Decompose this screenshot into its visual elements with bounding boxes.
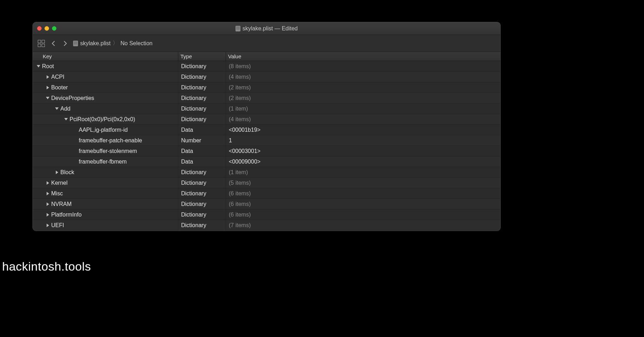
type-cell[interactable]: Dictionary	[178, 82, 226, 93]
disclosure-triangle-icon[interactable]	[64, 117, 68, 122]
table-row[interactable]: BlockDictionary(1 item)	[33, 167, 500, 178]
key-text: ACPI	[51, 74, 64, 80]
value-cell[interactable]: (4 items)	[226, 72, 500, 82]
key-cell[interactable]: Misc	[33, 188, 178, 199]
type-cell[interactable]: Dictionary	[178, 93, 226, 103]
type-cell[interactable]: Data	[178, 146, 226, 156]
key-cell[interactable]: framebuffer-patch-enable	[33, 135, 178, 146]
key-cell[interactable]: framebuffer-fbmem	[33, 156, 178, 167]
value-cell[interactable]: <00001b19>	[226, 125, 500, 135]
table-row[interactable]: framebuffer-stolenmemData<00003001>	[33, 146, 500, 156]
column-header-value[interactable]: Value	[226, 52, 500, 61]
key-cell[interactable]: PlatformInfo	[33, 209, 178, 220]
value-cell[interactable]: <00003001>	[226, 146, 500, 156]
back-button[interactable]	[49, 39, 58, 48]
key-cell[interactable]: Kernel	[33, 178, 178, 188]
key-cell[interactable]: DeviceProperties	[33, 93, 178, 103]
toolbar: skylake.plist 〉 No Selection	[33, 35, 500, 52]
window-title-text: skylake.plist — Edited	[243, 25, 298, 32]
table-row[interactable]: NVRAMDictionary(6 items)	[33, 199, 500, 209]
value-cell[interactable]: (7 items)	[226, 220, 500, 230]
chevron-right-icon	[63, 41, 68, 46]
value-cell[interactable]: (5 items)	[226, 178, 500, 188]
value-cell[interactable]: (6 items)	[226, 199, 500, 209]
value-cell[interactable]: 1	[226, 135, 500, 146]
type-cell[interactable]: Dictionary	[178, 114, 226, 124]
table-row[interactable]: RootDictionary(8 items)	[33, 61, 500, 72]
key-cell[interactable]: framebuffer-stolenmem	[33, 146, 178, 156]
key-cell[interactable]: NVRAM	[33, 199, 178, 209]
breadcrumb-file[interactable]: skylake.plist	[80, 40, 111, 47]
type-cell[interactable]: Dictionary	[178, 199, 226, 209]
sections-button[interactable]	[37, 39, 46, 48]
disclosure-triangle-icon[interactable]	[36, 64, 41, 69]
table-row[interactable]: MiscDictionary(6 items)	[33, 188, 500, 199]
table-row[interactable]: framebuffer-patch-enableNumber1	[33, 135, 500, 146]
value-cell[interactable]: (2 items)	[226, 93, 500, 103]
key-text: PciRoot(0x0)/Pci(0x2,0x0)	[70, 116, 135, 123]
value-cell[interactable]: (6 items)	[226, 209, 500, 220]
column-header-key[interactable]: Key	[33, 52, 178, 61]
key-cell[interactable]: ACPI	[33, 72, 178, 82]
disclosure-triangle-icon[interactable]	[46, 191, 50, 196]
disclosure-triangle-icon[interactable]	[46, 213, 50, 217]
table-row[interactable]: ACPIDictionary(4 items)	[33, 72, 500, 82]
titlebar[interactable]: skylake.plist — Edited	[33, 22, 500, 35]
table-row[interactable]: PlatformInfoDictionary(6 items)	[33, 209, 500, 220]
type-cell[interactable]: Dictionary	[178, 188, 226, 199]
disclosure-triangle-icon[interactable]	[46, 223, 50, 227]
type-cell[interactable]: Number	[178, 135, 226, 146]
type-cell[interactable]: Dictionary	[178, 61, 226, 71]
disclosure-triangle-icon[interactable]	[46, 85, 50, 90]
type-cell[interactable]: Data	[178, 156, 226, 167]
key-cell[interactable]: Block	[33, 167, 178, 177]
type-cell[interactable]: Dictionary	[178, 178, 226, 188]
key-cell[interactable]: Booter	[33, 82, 178, 93]
key-cell[interactable]: UEFI	[33, 220, 178, 230]
value-cell[interactable]: <00009000>	[226, 156, 500, 167]
type-cell[interactable]: Data	[178, 125, 226, 135]
plist-editor-window: skylake.plist — Edited skylake.plist 〉 N…	[32, 22, 501, 231]
chevron-left-icon	[51, 41, 56, 46]
table-row[interactable]: PciRoot(0x0)/Pci(0x2,0x0)Dictionary(4 it…	[33, 114, 500, 125]
disclosure-triangle-icon[interactable]	[46, 181, 50, 185]
disclosure-triangle-icon[interactable]	[46, 202, 50, 206]
traffic-lights	[37, 26, 56, 31]
type-cell[interactable]: Dictionary	[178, 72, 226, 82]
minimize-button[interactable]	[44, 26, 49, 31]
key-text: UEFI	[51, 222, 64, 229]
type-cell[interactable]: Dictionary	[178, 167, 226, 177]
key-text: Booter	[51, 84, 68, 91]
key-cell[interactable]: Add	[33, 104, 178, 114]
table-row[interactable]: BooterDictionary(2 items)	[33, 82, 500, 93]
value-cell[interactable]: (6 items)	[226, 188, 500, 199]
table-header: Key Type Value	[33, 52, 500, 61]
value-cell[interactable]: (8 items)	[226, 61, 500, 71]
table-row[interactable]: KernelDictionary(5 items)	[33, 178, 500, 188]
table-row[interactable]: framebuffer-fbmemData<00009000>	[33, 156, 500, 167]
disclosure-triangle-icon[interactable]	[46, 75, 50, 79]
key-cell[interactable]: PciRoot(0x0)/Pci(0x2,0x0)	[33, 114, 178, 124]
key-cell[interactable]: AAPL,ig-platform-id	[33, 125, 178, 135]
disclosure-triangle-icon[interactable]	[55, 107, 59, 111]
table-row[interactable]: AAPL,ig-platform-idData<00001b19>	[33, 125, 500, 135]
document-icon	[235, 26, 240, 31]
table-row[interactable]: AddDictionary(1 item)	[33, 104, 500, 114]
value-cell[interactable]: (1 item)	[226, 104, 500, 114]
breadcrumb[interactable]: skylake.plist 〉 No Selection	[73, 40, 153, 47]
type-cell[interactable]: Dictionary	[178, 104, 226, 114]
table-row[interactable]: UEFIDictionary(7 items)	[33, 220, 500, 231]
table-row[interactable]: DevicePropertiesDictionary(2 items)	[33, 93, 500, 104]
type-cell[interactable]: Dictionary	[178, 220, 226, 230]
disclosure-triangle-icon[interactable]	[55, 170, 59, 175]
value-cell[interactable]: (4 items)	[226, 114, 500, 124]
close-button[interactable]	[37, 26, 42, 31]
maximize-button[interactable]	[52, 26, 56, 31]
value-cell[interactable]: (1 item)	[226, 167, 500, 177]
value-cell[interactable]: (2 items)	[226, 82, 500, 93]
forward-button[interactable]	[61, 39, 70, 48]
key-cell[interactable]: Root	[33, 61, 178, 71]
type-cell[interactable]: Dictionary	[178, 209, 226, 220]
column-header-type[interactable]: Type	[178, 52, 226, 61]
disclosure-triangle-icon[interactable]	[46, 96, 50, 100]
